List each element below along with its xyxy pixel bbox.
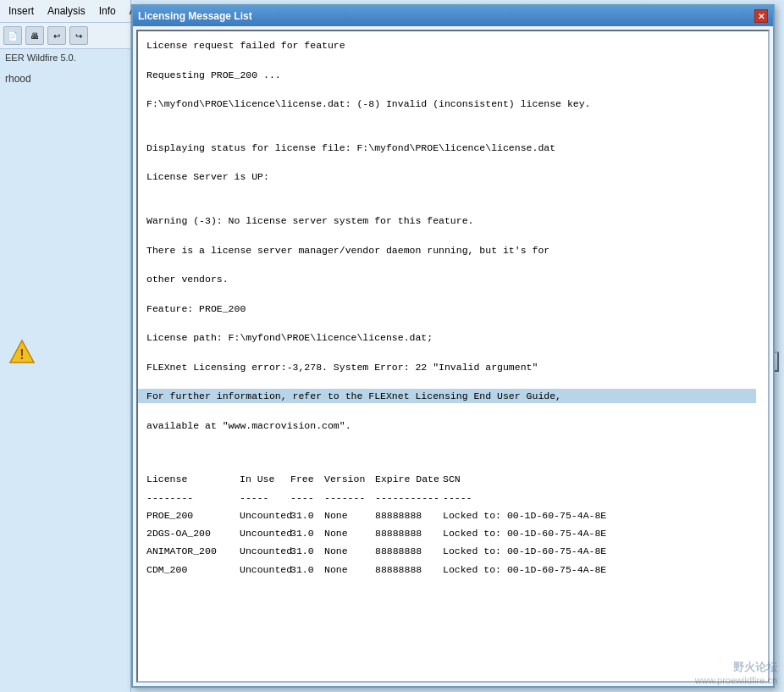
line-21: License path: F:\myfond\PROE\licence\lic… xyxy=(146,330,748,345)
table-header: License In Use Free Version Expire Date … xyxy=(146,470,748,488)
undo-button[interactable]: ↩ xyxy=(47,26,66,45)
table-row: PROE_200 Uncounted 31.0 None 88888888 Lo… xyxy=(146,507,748,524)
breadcrumb: EER Wildfire 5.0. xyxy=(0,49,130,66)
redo-button[interactable]: ↪ xyxy=(69,26,88,45)
cell-version-2: None xyxy=(324,526,375,540)
cell-scn-4: Locked to: 00-1D-60-75-4A-8E xyxy=(443,562,612,577)
sep-expire: ----------- xyxy=(375,490,443,505)
sep-version: ------- xyxy=(324,490,375,505)
sidebar-content: rhood xyxy=(0,66,130,91)
col-header-version: Version xyxy=(324,472,375,486)
col-header-expire: Expire Date xyxy=(375,472,443,486)
cell-inuse-4: Uncounted xyxy=(240,562,290,577)
app-toolbar: 📄 🖶 ↩ ↪ xyxy=(0,23,130,49)
cell-license-2: 2DGS-OA_200 xyxy=(146,526,240,540)
new-button[interactable]: 📄 xyxy=(3,26,22,45)
table-row: 2DGS-OA_200 Uncounted 31.0 None 88888888… xyxy=(146,524,748,542)
cell-expire-2: 88888888 xyxy=(375,526,443,540)
dialog-titlebar: Licensing Message List ✕ xyxy=(133,6,773,26)
cell-expire-3: 88888888 xyxy=(375,544,443,558)
line-3: Requesting PROE_200 ... xyxy=(146,68,748,82)
text-content: License request failed for feature Reque… xyxy=(138,31,756,681)
cell-inuse-1: Uncounted xyxy=(240,508,290,523)
sep-free: ---- xyxy=(290,490,324,505)
menu-analysis[interactable]: Analysis xyxy=(44,3,89,19)
cell-version-1: None xyxy=(324,508,375,523)
cell-expire-1: 88888888 xyxy=(375,508,443,523)
menu-info[interactable]: Info xyxy=(96,3,119,19)
cell-version-4: None xyxy=(324,562,375,577)
line-13: Warning (-3): No license server system f… xyxy=(146,213,748,228)
cell-scn-1: Locked to: 00-1D-60-75-4A-8E xyxy=(443,508,612,523)
line-17: other vendors. xyxy=(146,272,748,286)
cell-license-4: CDM_200 xyxy=(146,562,240,577)
table-row: ANIMATOR_200 Uncounted 31.0 None 8888888… xyxy=(146,542,748,560)
menu-insert[interactable]: Insert xyxy=(5,3,37,19)
line-1: License request failed for feature xyxy=(146,38,748,53)
sidebar-item: rhood xyxy=(5,73,125,85)
dialog-overlay: Licensing Message List ✕ License request… xyxy=(131,4,783,690)
highlighted-line: For further information, refer to the FL… xyxy=(138,389,756,403)
line-8: Displaying status for license file: F:\m… xyxy=(146,141,748,155)
col-header-license: License xyxy=(146,472,240,486)
line-10: License Server is UP: xyxy=(146,169,748,184)
warning-icon: ! xyxy=(8,339,36,366)
print-button[interactable]: 🖶 xyxy=(25,26,44,45)
sep-scn: ----- xyxy=(443,490,511,505)
sep-inuse: ----- xyxy=(240,490,290,505)
text-area[interactable]: License request failed for feature Reque… xyxy=(136,30,770,683)
cell-free-2: 31.0 xyxy=(290,526,324,540)
sep-license: -------- xyxy=(146,490,240,505)
col-header-inuse: In Use xyxy=(240,472,290,486)
line-23: FLEXnet Licensing error:-3,278. System E… xyxy=(146,360,748,374)
cell-inuse-2: Uncounted xyxy=(240,526,290,540)
cell-free-1: 31.0 xyxy=(290,508,324,523)
svg-text:!: ! xyxy=(19,347,24,362)
cell-license-3: ANIMATOR_200 xyxy=(146,544,240,558)
app-menubar: Insert Analysis Info App xyxy=(0,0,130,23)
warning-area: ! xyxy=(8,339,36,366)
cell-license-1: PROE_200 xyxy=(146,508,240,523)
cell-inuse-3: Uncounted xyxy=(240,544,290,558)
line-19: Feature: PROE_200 xyxy=(146,302,748,316)
close-button[interactable]: ✕ xyxy=(754,9,768,23)
line-5: F:\myfond\PROE\licence\license.dat: (-8)… xyxy=(146,97,748,111)
dialog-title: Licensing Message List xyxy=(138,10,754,22)
dialog-body: License request failed for feature Reque… xyxy=(133,26,773,686)
cell-scn-3: Locked to: 00-1D-60-75-4A-8E xyxy=(443,544,612,558)
dialog-window: Licensing Message List ✕ License request… xyxy=(131,4,775,688)
col-header-free: Free xyxy=(290,472,324,486)
table-row: CDM_200 Uncounted 31.0 None 88888888 Loc… xyxy=(146,561,748,579)
table-separator: -------- ----- ---- ------- ----------- … xyxy=(146,489,748,507)
line-26: available at "www.macrovision.com". xyxy=(146,418,748,433)
line-15: There is a license server manager/vendor… xyxy=(146,243,748,257)
cell-expire-4: 88888888 xyxy=(375,562,443,577)
cell-free-3: 31.0 xyxy=(290,544,324,558)
col-header-scn: SCN xyxy=(443,472,511,486)
cell-version-3: None xyxy=(324,544,375,558)
cell-free-4: 31.0 xyxy=(290,562,324,577)
cell-scn-2: Locked to: 00-1D-60-75-4A-8E xyxy=(443,526,612,540)
app-background-window: Insert Analysis Info App 📄 🖶 ↩ ↪ EER Wil… xyxy=(0,0,131,692)
license-table: License In Use Free Version Expire Date … xyxy=(146,470,748,579)
